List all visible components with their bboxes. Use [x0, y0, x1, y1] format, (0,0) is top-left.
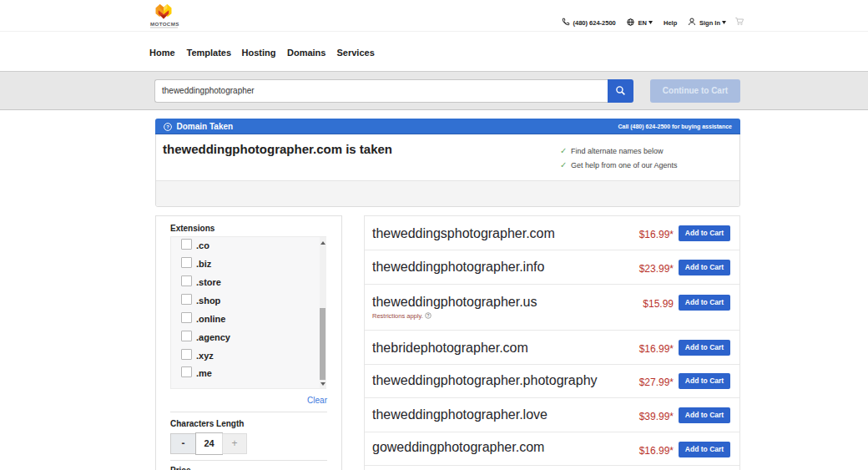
- svg-text:?: ?: [166, 124, 169, 129]
- svg-text:?: ?: [426, 313, 429, 317]
